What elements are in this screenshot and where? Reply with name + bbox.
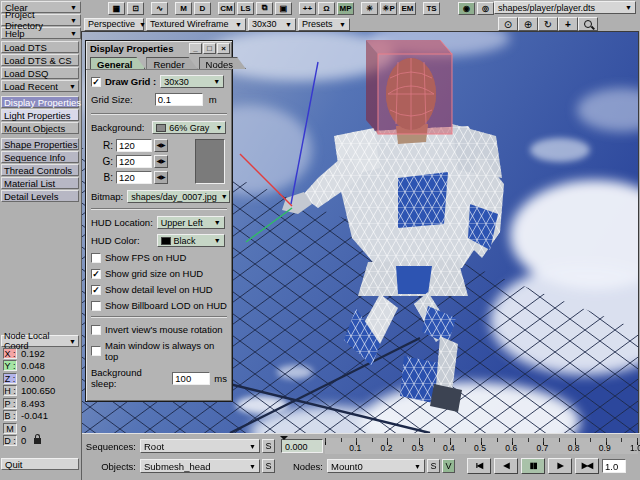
minimize-button[interactable]: _	[189, 43, 202, 54]
sequences-s-button[interactable]: S	[262, 439, 275, 453]
nodes-s-button[interactable]: S	[427, 459, 440, 473]
lock-materials-icon[interactable]: M	[175, 2, 192, 15]
sidebar-item-thread-controls[interactable]: Thread Controls	[1, 164, 79, 176]
bitmap-dropdown[interactable]: shapes/day_0007.jpg ▼	[127, 190, 230, 203]
nodes-dropdown[interactable]: Mount0 ▼	[327, 459, 425, 473]
pick-light-icon[interactable]: ◎	[477, 2, 494, 15]
hud-color-dropdown[interactable]: Black ▼	[157, 234, 225, 247]
shape-file-dropdown[interactable]: shapes/player/player.dts ▼	[494, 1, 636, 14]
g-label: G:	[91, 156, 113, 167]
g-input[interactable]	[116, 155, 152, 168]
objects-s-button[interactable]: S	[262, 459, 275, 473]
animate-icon[interactable]: ∿	[151, 2, 168, 15]
show-grid-size-checkbox[interactable]: ✓	[91, 269, 101, 279]
grid-size-input[interactable]	[155, 93, 203, 106]
objects-dropdown[interactable]: Submesh_head ▼	[140, 459, 260, 473]
invert-mouse-checkbox[interactable]	[91, 325, 101, 335]
coord-row-z: Z : 0.000	[0, 372, 80, 385]
lamp-icon[interactable]: Ω	[318, 2, 335, 15]
hud-location-dropdown[interactable]: Upper Left ▼	[157, 216, 225, 229]
render-mode-value: Textured Wireframe	[150, 19, 229, 29]
show-detail-level-checkbox[interactable]: ✓	[91, 285, 101, 295]
show-billboard-lod-checkbox[interactable]	[91, 301, 101, 311]
shape-file-path: shapes/player/player.dts	[498, 3, 595, 13]
lock-details-icon[interactable]: D	[194, 2, 211, 15]
coord-value-b: -0.041	[21, 410, 48, 421]
render-mode-dropdown[interactable]: Textured Wireframe ▼	[146, 18, 246, 31]
chevron-down-icon: ▼	[215, 124, 222, 131]
pick-lock-icon[interactable]: ◉	[458, 2, 475, 15]
r-stepper[interactable]: ◀▶	[154, 139, 168, 152]
pan-view-icon[interactable]: +	[558, 17, 578, 31]
divider	[91, 208, 227, 210]
ts-icon[interactable]: TS	[423, 2, 440, 15]
ping-pong-button[interactable]: ▶◀	[575, 458, 599, 474]
tab-render[interactable]: Render	[146, 57, 197, 69]
play-reverse-button[interactable]: ◀	[494, 458, 518, 474]
add-node-icon[interactable]: ++	[299, 2, 316, 15]
bitmap-label: Bitmap:	[91, 191, 123, 202]
lock-icon[interactable]	[34, 438, 41, 444]
close-button[interactable]: ×	[217, 43, 230, 54]
play-button[interactable]: ▶	[548, 458, 572, 474]
pause-button[interactable]: ▮▮	[521, 458, 545, 474]
objects-label: Objects:	[82, 461, 136, 472]
menu-project-directory[interactable]: Project Directory ▼	[1, 14, 81, 26]
presets-dropdown[interactable]: Presets ▼	[298, 18, 350, 31]
sidebar-item-load-dts-cs[interactable]: Load DTS & CS	[1, 54, 79, 66]
nodes-v-button[interactable]: V	[442, 459, 455, 473]
maximize-button[interactable]: □	[203, 43, 216, 54]
node-coord-panel: Node Local Coord ▼ X : 0.192 Y : 0.048 Z…	[0, 335, 80, 447]
rotate-view-icon[interactable]: ↻	[538, 17, 558, 31]
r-input[interactable]	[116, 139, 152, 152]
los-collision-icon[interactable]: LS	[237, 2, 254, 15]
display-icon[interactable]: ⊡	[127, 2, 144, 15]
tab-general[interactable]: General	[90, 57, 145, 69]
grid-icon[interactable]: ▦	[108, 2, 125, 15]
quit-button[interactable]: Quit	[1, 458, 79, 470]
time-caret-icon	[280, 436, 288, 440]
sidebar-item-shape-properties[interactable]: Shape Properties	[1, 138, 79, 150]
background-dropdown[interactable]: 66% Gray ▼	[152, 121, 226, 134]
zoom-view-icon[interactable]	[578, 17, 598, 31]
sidebar-item-detail-levels[interactable]: Detail Levels	[1, 190, 79, 202]
dialog-titlebar[interactable]: Display Properties _ □ ×	[86, 41, 232, 55]
chevron-down-icon: ▼	[285, 21, 292, 28]
sidebar-item-mount-objects[interactable]: Mount Objects	[1, 122, 79, 134]
light-p-icon[interactable]: ☀P	[380, 2, 397, 15]
time-step-input[interactable]	[602, 459, 626, 473]
timeline-ruler[interactable]: 0.1 0.2 0.3 0.4 0.5 0.6 0.7 0.8 0.9 1.0	[325, 438, 638, 454]
mount-point-icon[interactable]: MP	[337, 2, 354, 15]
skip-to-start-button[interactable]: I◀	[467, 458, 491, 474]
sidebar-item-load-recent[interactable]: Load Recent ▼	[1, 80, 79, 92]
always-on-top-checkbox[interactable]	[91, 346, 101, 356]
draw-grid-dropdown[interactable]: 30x30 ▼	[160, 75, 224, 88]
sidebar: Load DTS Load DTS & CS Load DSQ Load Rec…	[0, 40, 82, 480]
b-stepper[interactable]: ◀▶	[154, 171, 168, 184]
sidebar-item-material-list[interactable]: Material List	[1, 177, 79, 189]
book-icon[interactable]: ▣	[275, 2, 292, 15]
light-icon[interactable]: ☀	[361, 2, 378, 15]
emitter-icon[interactable]: EM	[399, 2, 416, 15]
sidebar-item-load-dts[interactable]: Load DTS	[1, 41, 79, 53]
draw-grid-checkbox[interactable]: ✓	[91, 77, 101, 87]
fit-view-icon[interactable]: ⊕	[518, 17, 538, 31]
grid-size-dropdown[interactable]: 30x30 ▼	[248, 18, 296, 31]
g-stepper[interactable]: ◀▶	[154, 155, 168, 168]
show-fps-checkbox[interactable]	[91, 253, 101, 263]
chevron-down-icon: ▼	[139, 21, 146, 28]
copy-icon[interactable]: ⧉	[256, 2, 273, 15]
coord-mode-dropdown[interactable]: Node Local Coord ▼	[1, 335, 79, 347]
sequences-dropdown[interactable]: Root ▼	[140, 439, 260, 453]
hud-color-label: HUD Color:	[91, 235, 140, 246]
sidebar-item-display-properties[interactable]: Display Properties	[1, 96, 79, 108]
b-input[interactable]	[116, 171, 152, 184]
sidebar-item-sequence-info[interactable]: Sequence Info	[1, 151, 79, 163]
collision-mesh-icon[interactable]: CM	[218, 2, 235, 15]
sidebar-item-load-dsq[interactable]: Load DSQ	[1, 67, 79, 79]
center-view-icon[interactable]: ⊙	[498, 17, 518, 31]
view-mode-dropdown[interactable]: Perspective ▼	[84, 18, 144, 31]
coord-label-h: H :	[3, 385, 17, 396]
sidebar-item-light-properties[interactable]: Light Properties	[1, 109, 79, 121]
background-sleep-input[interactable]	[172, 372, 210, 385]
